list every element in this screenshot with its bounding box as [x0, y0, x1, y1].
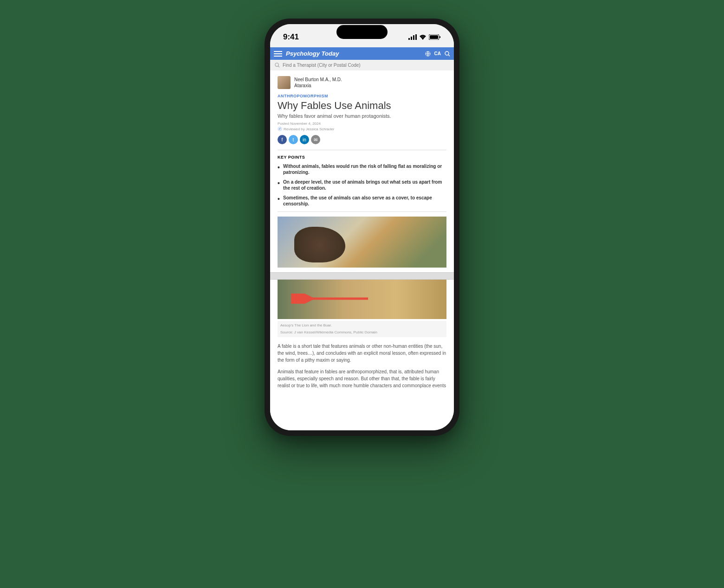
phone-frame: 9:41 Psychology Today — [265, 19, 459, 436]
keypoint-item: On a deeper level, the use of animals br… — [278, 179, 446, 191]
status-time: 9:41 — [283, 32, 299, 42]
article-posted-date: Posted November 4, 2024 — [278, 121, 446, 126]
annotation-arrow — [291, 294, 384, 304]
body-paragraph: Animals that feature in fables are anthr… — [278, 368, 446, 389]
site-brand[interactable]: Psychology Today — [286, 50, 421, 57]
keypoints-header: KEY POINTS — [278, 155, 446, 160]
svg-rect-2 — [413, 35, 414, 40]
battery-icon — [429, 34, 441, 40]
svg-point-8 — [445, 51, 449, 55]
svg-rect-0 — [408, 38, 410, 40]
share-row: f t in ✉ — [278, 135, 446, 144]
article-title: Why Fables Use Animals — [278, 100, 446, 111]
svg-rect-1 — [411, 37, 412, 40]
svg-line-9 — [448, 55, 450, 56]
globe-icon[interactable] — [425, 51, 431, 57]
phone-screen: 9:41 Psychology Today — [270, 24, 454, 430]
divider — [278, 211, 446, 212]
divider — [278, 150, 446, 150]
article-hero-image-top — [278, 217, 446, 268]
share-twitter-button[interactable]: t — [289, 135, 298, 144]
keypoint-item: Without animals, fables would run the ri… — [278, 163, 446, 175]
article: Neel Burton M.A., M.D. Ataraxia ANTHROPO… — [270, 70, 454, 399]
keypoints-list: Without animals, fables would run the ri… — [278, 163, 446, 207]
author-info: Neel Burton M.A., M.D. Ataraxia — [294, 77, 342, 89]
svg-rect-6 — [440, 36, 440, 38]
svg-line-11 — [278, 66, 279, 67]
author-name: Neel Burton M.A., M.D. — [294, 77, 342, 83]
article-reviewed-by: Reviewed by Jessica Schrader — [278, 127, 446, 131]
search-icon — [275, 63, 280, 68]
locale-label[interactable]: CA — [434, 51, 441, 56]
author-series: Ataraxia — [294, 83, 342, 89]
therapist-search-input[interactable] — [283, 63, 449, 68]
search-icon[interactable] — [445, 51, 450, 57]
body-paragraph: A fable is a short tale that features an… — [278, 343, 446, 364]
svg-point-10 — [275, 63, 278, 66]
image-caption-source: Source: J van Kessel/Wikimedia Commons, … — [280, 330, 444, 335]
menu-icon[interactable] — [274, 51, 282, 57]
article-hero-image-bottom — [278, 280, 446, 319]
author-avatar — [278, 76, 291, 89]
therapist-search-bar[interactable] — [270, 60, 454, 70]
share-facebook-button[interactable]: f — [278, 135, 287, 144]
cellular-icon — [408, 34, 417, 40]
image-caption-title: Aesop's The Lion and the Boar. — [280, 323, 444, 328]
share-linkedin-button[interactable]: in — [300, 135, 309, 144]
image-caption: Aesop's The Lion and the Boar. Source: J… — [278, 321, 446, 337]
article-category[interactable]: ANTHROPOMORPHISM — [278, 94, 446, 98]
article-body: A fable is a short tale that features an… — [278, 343, 446, 389]
author-byline[interactable]: Neel Burton M.A., M.D. Ataraxia — [278, 76, 446, 89]
share-email-button[interactable]: ✉ — [311, 135, 320, 144]
svg-rect-3 — [415, 34, 417, 40]
wifi-icon — [419, 34, 427, 40]
page-content[interactable]: Psychology Today CA — [270, 47, 454, 430]
svg-rect-5 — [430, 35, 438, 39]
content-gap — [270, 272, 454, 280]
article-subtitle: Why fables favor animal over human prota… — [278, 113, 446, 119]
dynamic-island — [336, 25, 388, 39]
status-icons — [408, 34, 441, 40]
keypoint-item: Sometimes, the use of animals can also s… — [278, 195, 446, 207]
site-nav: Psychology Today CA — [270, 47, 454, 60]
